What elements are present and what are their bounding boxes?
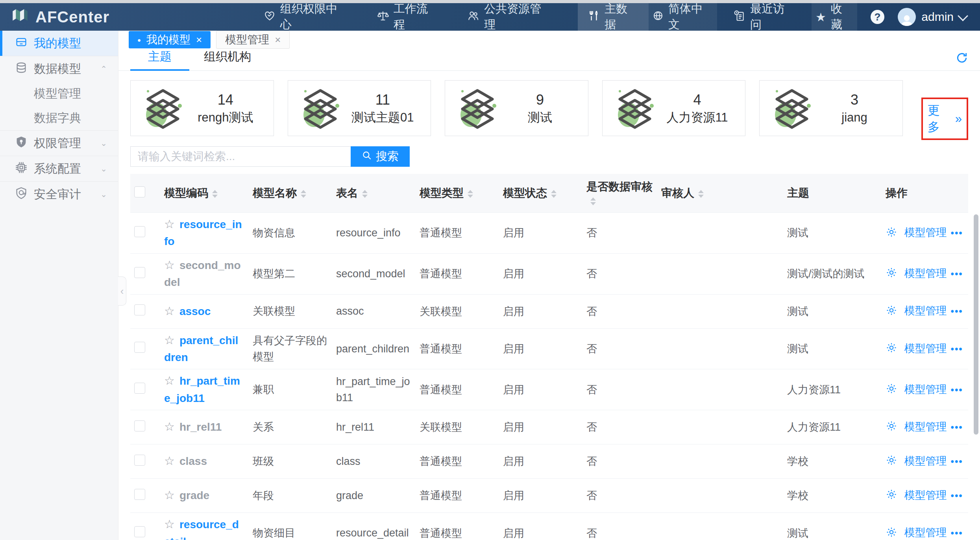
logo[interactable]: AFCenter — [0, 3, 128, 31]
favorite-star-icon[interactable]: ☆ — [164, 454, 175, 467]
refresh-icon[interactable] — [956, 52, 968, 66]
model-management-link[interactable]: 模型管理 — [904, 489, 947, 501]
model-code-link[interactable]: second_model — [164, 259, 241, 288]
gear-icon[interactable] — [886, 269, 900, 281]
model-management-link[interactable]: 模型管理 — [904, 305, 947, 317]
model-management-link[interactable]: 模型管理 — [904, 383, 947, 395]
sort-icon[interactable] — [590, 197, 596, 205]
model-code-link[interactable]: grade — [179, 489, 209, 501]
sidebar-item-my-models[interactable]: 我的模型 — [0, 31, 118, 56]
user-menu[interactable]: admin — [898, 8, 967, 26]
sort-icon[interactable] — [468, 190, 473, 198]
favorite-star-icon[interactable]: ☆ — [164, 374, 175, 387]
gear-icon[interactable] — [886, 307, 900, 319]
sidebar-item-data-dictionary[interactable]: 数据字典 — [0, 106, 118, 130]
sidebar-item-security-audit[interactable]: 安全审计 ⌄ — [0, 182, 118, 207]
gear-icon[interactable] — [886, 422, 900, 434]
theme-card[interactable]: 11 测试主题01 — [288, 80, 431, 136]
gear-icon[interactable] — [886, 385, 900, 397]
column-header-model-code[interactable]: 模型编码 — [160, 174, 249, 213]
favorite-star-icon[interactable]: ☆ — [164, 258, 175, 271]
row-checkbox[interactable] — [134, 383, 145, 394]
sidebar-item-permission-management[interactable]: 权限管理 ⌄ — [0, 131, 118, 156]
help-button[interactable]: ? — [871, 10, 885, 24]
more-actions-icon[interactable]: ••• — [951, 268, 963, 279]
more-actions-icon[interactable]: ••• — [951, 384, 963, 395]
column-header-auditor[interactable]: 审核人 — [657, 174, 783, 213]
sort-icon[interactable] — [551, 190, 557, 198]
table-row[interactable]: ☆grade 年段 grade 普通模型 启用 否 学校 模型管理••• — [130, 479, 968, 513]
model-management-link[interactable]: 模型管理 — [904, 527, 947, 538]
row-checkbox[interactable] — [134, 420, 145, 431]
model-code-link[interactable]: assoc — [179, 305, 211, 317]
favorite-star-icon[interactable]: ☆ — [164, 334, 175, 346]
column-header-model-type[interactable]: 模型类型 — [416, 174, 499, 213]
more-actions-icon[interactable]: ••• — [951, 227, 963, 238]
sort-icon[interactable] — [301, 190, 306, 198]
column-header-model-status[interactable]: 模型状态 — [499, 174, 582, 213]
column-header-model-name[interactable]: 模型名称 — [249, 174, 332, 213]
row-checkbox[interactable] — [134, 455, 145, 466]
sidebar-item-model-management[interactable]: 模型管理 — [0, 81, 118, 106]
favorite-star-icon[interactable]: ☆ — [164, 420, 175, 433]
select-all-checkbox[interactable] — [134, 186, 145, 197]
tab-my-models[interactable]: ● 我的模型 × — [129, 31, 211, 48]
more-actions-icon[interactable]: ••• — [951, 343, 963, 354]
vertical-scrollbar[interactable] — [974, 214, 978, 435]
favorite-star-icon[interactable]: ☆ — [164, 518, 175, 531]
nav-item-org-permission[interactable]: 组织权限中心 — [261, 3, 351, 31]
column-header-table-name[interactable]: 表名 — [332, 174, 416, 213]
favorite-star-icon[interactable]: ☆ — [164, 217, 175, 230]
model-code-link[interactable]: hr_rel11 — [179, 421, 222, 433]
model-management-link[interactable]: 模型管理 — [904, 421, 947, 433]
row-checkbox[interactable] — [134, 342, 145, 353]
table-row[interactable]: ☆class 班级 class 普通模型 启用 否 学校 模型管理••• — [130, 444, 968, 479]
language-switcher[interactable]: 简体中文 — [649, 0, 717, 35]
model-management-link[interactable]: 模型管理 — [904, 455, 947, 467]
subtab-organization[interactable]: 组织机构 — [198, 49, 257, 70]
row-checkbox[interactable] — [134, 267, 145, 278]
model-code-link[interactable]: resource_detail — [164, 518, 239, 540]
table-row[interactable]: ☆parent_children 具有父子字段的模型 parent_childr… — [130, 328, 968, 369]
model-code-link[interactable]: parent_children — [164, 334, 238, 363]
favorite-star-icon[interactable]: ☆ — [164, 304, 175, 317]
gear-icon[interactable] — [886, 491, 900, 503]
more-actions-icon[interactable]: ••• — [951, 306, 963, 316]
model-code-link[interactable]: class — [179, 455, 207, 467]
favorite-star-icon[interactable]: ☆ — [164, 488, 175, 501]
model-management-link[interactable]: 模型管理 — [904, 227, 947, 238]
table-row[interactable]: ☆assoc 关联模型 assoc 关联模型 启用 否 测试 模型管理••• — [130, 294, 968, 328]
theme-card[interactable]: 3 jiang — [759, 80, 903, 136]
favorites[interactable]: ★ 收藏 — [812, 0, 857, 35]
subtab-theme[interactable]: 主题 — [130, 49, 189, 70]
search-button[interactable]: 搜索 — [351, 146, 410, 167]
model-code-link[interactable]: hr_part_time_job11 — [164, 375, 240, 404]
sort-icon[interactable] — [212, 190, 218, 198]
table-row[interactable]: ☆hr_rel11 关系 hr_rel11 关联模型 启用 否 人力资源11 模… — [130, 410, 968, 444]
more-actions-icon[interactable]: ••• — [951, 456, 963, 466]
search-input[interactable] — [130, 146, 351, 167]
model-code-link[interactable]: resource_info — [164, 218, 242, 247]
model-management-link[interactable]: 模型管理 — [904, 343, 947, 354]
sort-icon[interactable] — [698, 190, 704, 198]
row-checkbox[interactable] — [134, 526, 145, 537]
nav-item-workflow[interactable]: 工作流程 — [374, 3, 442, 31]
gear-icon[interactable] — [886, 344, 900, 356]
gear-icon[interactable] — [886, 229, 900, 240]
model-management-link[interactable]: 模型管理 — [904, 267, 947, 279]
column-header-data-audit[interactable]: 是否数据审核 — [582, 174, 657, 213]
theme-card[interactable]: 14 rengh测试 — [130, 80, 274, 136]
theme-card[interactable]: 9 测试 — [445, 80, 588, 136]
table-row[interactable]: ☆resource_detail 物资细目 resource_detail 普通… — [130, 513, 968, 540]
recent-visits[interactable]: 最近访问 — [730, 1, 798, 33]
tab-model-management[interactable]: 模型管理 × — [216, 31, 290, 49]
more-actions-icon[interactable]: ••• — [951, 527, 963, 538]
table-row[interactable]: ☆resource_info 物资信息 resource_info 普通模型 启… — [130, 213, 968, 254]
nav-item-master-data[interactable]: 主数据 — [578, 3, 649, 31]
gear-icon[interactable] — [886, 457, 900, 468]
row-checkbox[interactable] — [134, 489, 145, 500]
table-row[interactable]: ☆hr_part_time_job11 兼职 hr_part_time_job1… — [130, 369, 968, 410]
close-icon[interactable]: × — [196, 35, 202, 45]
sidebar-item-data-models[interactable]: 数据模型 ⌃ — [0, 56, 118, 81]
sidebar-collapse-handle[interactable]: ‹ — [118, 276, 126, 306]
